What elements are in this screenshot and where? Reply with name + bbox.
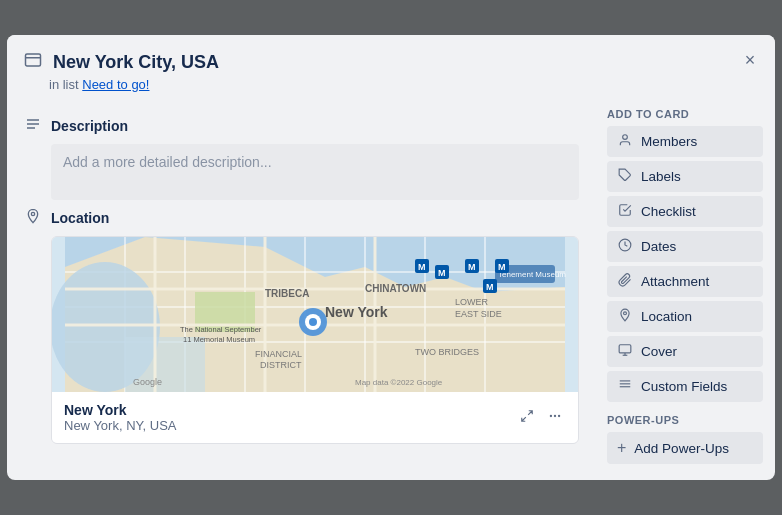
location-section: Location bbox=[23, 208, 579, 444]
svg-text:EAST SIDE: EAST SIDE bbox=[455, 309, 502, 319]
svg-point-56 bbox=[623, 135, 628, 140]
location-more-button[interactable] bbox=[544, 407, 566, 428]
description-section-header: Description bbox=[23, 116, 579, 136]
svg-point-53 bbox=[550, 415, 552, 417]
svg-text:11 Memorial Museum: 11 Memorial Museum bbox=[183, 335, 255, 344]
description-icon bbox=[23, 116, 43, 136]
members-icon bbox=[617, 133, 633, 150]
svg-point-54 bbox=[554, 415, 556, 417]
location-name: New York bbox=[64, 402, 176, 418]
labels-button[interactable]: Labels bbox=[607, 161, 763, 192]
location-expand-button[interactable] bbox=[516, 407, 538, 428]
attachment-button[interactable]: Attachment bbox=[607, 266, 763, 297]
location-actions bbox=[516, 407, 566, 428]
power-ups-label: Power-Ups bbox=[607, 414, 763, 426]
checklist-icon bbox=[617, 203, 633, 220]
svg-text:LOWER: LOWER bbox=[455, 297, 489, 307]
map-image[interactable]: TRIBECA CHINATOWN New York LOWER EAST SI… bbox=[52, 237, 578, 392]
svg-text:TRIBECA: TRIBECA bbox=[265, 288, 309, 299]
cover-label: Cover bbox=[641, 344, 677, 359]
location-title: Location bbox=[51, 210, 109, 226]
add-to-card-label: Add to card bbox=[607, 108, 763, 120]
labels-icon bbox=[617, 168, 633, 185]
members-label: Members bbox=[641, 134, 697, 149]
svg-text:M: M bbox=[418, 262, 426, 272]
svg-text:CHINATOWN: CHINATOWN bbox=[365, 283, 426, 294]
close-button[interactable]: × bbox=[735, 45, 765, 75]
attachment-icon bbox=[617, 273, 633, 290]
cover-icon bbox=[617, 343, 633, 360]
main-content: Description Add a more detailed descript… bbox=[7, 100, 595, 480]
svg-text:New York: New York bbox=[325, 304, 388, 320]
add-power-up-button[interactable]: + Add Power-Ups bbox=[607, 432, 763, 464]
svg-text:FINANCIAL: FINANCIAL bbox=[255, 349, 302, 359]
svg-text:M: M bbox=[468, 262, 476, 272]
dates-icon bbox=[617, 238, 633, 255]
svg-point-55 bbox=[558, 415, 560, 417]
location-sidebar-label: Location bbox=[641, 309, 692, 324]
modal-subtitle: in list Need to go! bbox=[49, 77, 735, 92]
svg-text:M: M bbox=[486, 282, 494, 292]
svg-rect-60 bbox=[619, 345, 631, 353]
modal-overlay: New York City, USA in list Need to go! ×… bbox=[0, 0, 782, 515]
svg-text:DISTRICT: DISTRICT bbox=[260, 360, 302, 370]
modal-header: New York City, USA in list Need to go! × bbox=[7, 35, 775, 100]
modal: New York City, USA in list Need to go! ×… bbox=[7, 35, 775, 480]
sidebar: Add to card Members Labels bbox=[595, 100, 775, 480]
modal-body: Description Add a more detailed descript… bbox=[7, 100, 775, 480]
description-placeholder-text: Add a more detailed description... bbox=[63, 154, 272, 170]
svg-point-5 bbox=[31, 212, 34, 215]
svg-text:M: M bbox=[498, 262, 506, 272]
description-input[interactable]: Add a more detailed description... bbox=[51, 144, 579, 200]
custom-fields-button[interactable]: Custom Fields bbox=[607, 371, 763, 402]
custom-fields-label: Custom Fields bbox=[641, 379, 727, 394]
dates-label: Dates bbox=[641, 239, 676, 254]
svg-text:TWO BRIDGES: TWO BRIDGES bbox=[415, 347, 479, 357]
location-pin-icon bbox=[23, 208, 43, 228]
plus-icon: + bbox=[617, 439, 626, 457]
description-title: Description bbox=[51, 118, 128, 134]
checklist-label: Checklist bbox=[641, 204, 696, 219]
list-link[interactable]: Need to go! bbox=[82, 77, 149, 92]
location-address: New York, NY, USA bbox=[64, 418, 176, 433]
members-button[interactable]: Members bbox=[607, 126, 763, 157]
svg-point-59 bbox=[624, 312, 627, 315]
cover-button[interactable]: Cover bbox=[607, 336, 763, 367]
svg-text:The National September: The National September bbox=[180, 325, 262, 334]
location-sidebar-button[interactable]: Location bbox=[607, 301, 763, 332]
location-info: New York New York, NY, USA bbox=[52, 392, 578, 443]
location-section-header: Location bbox=[23, 208, 579, 228]
attachment-label: Attachment bbox=[641, 274, 709, 289]
map-container: TRIBECA CHINATOWN New York LOWER EAST SI… bbox=[51, 236, 579, 444]
svg-text:Google: Google bbox=[133, 377, 162, 387]
svg-point-38 bbox=[309, 318, 317, 326]
power-ups-section: Power-Ups + Add Power-Ups bbox=[607, 414, 763, 464]
map-svg: TRIBECA CHINATOWN New York LOWER EAST SI… bbox=[52, 237, 578, 392]
card-icon bbox=[23, 51, 43, 73]
location-sidebar-icon bbox=[617, 308, 633, 325]
custom-fields-icon bbox=[617, 378, 633, 395]
dates-button[interactable]: Dates bbox=[607, 231, 763, 262]
modal-title-row: New York City, USA bbox=[23, 51, 735, 73]
labels-label: Labels bbox=[641, 169, 681, 184]
svg-text:Map data ©2022 Google: Map data ©2022 Google bbox=[355, 378, 443, 387]
svg-rect-0 bbox=[26, 54, 41, 66]
checklist-button[interactable]: Checklist bbox=[607, 196, 763, 227]
svg-text:M: M bbox=[438, 268, 446, 278]
location-text: New York New York, NY, USA bbox=[64, 402, 176, 433]
add-power-up-label: Add Power-Ups bbox=[634, 441, 729, 456]
modal-title: New York City, USA bbox=[53, 52, 219, 73]
